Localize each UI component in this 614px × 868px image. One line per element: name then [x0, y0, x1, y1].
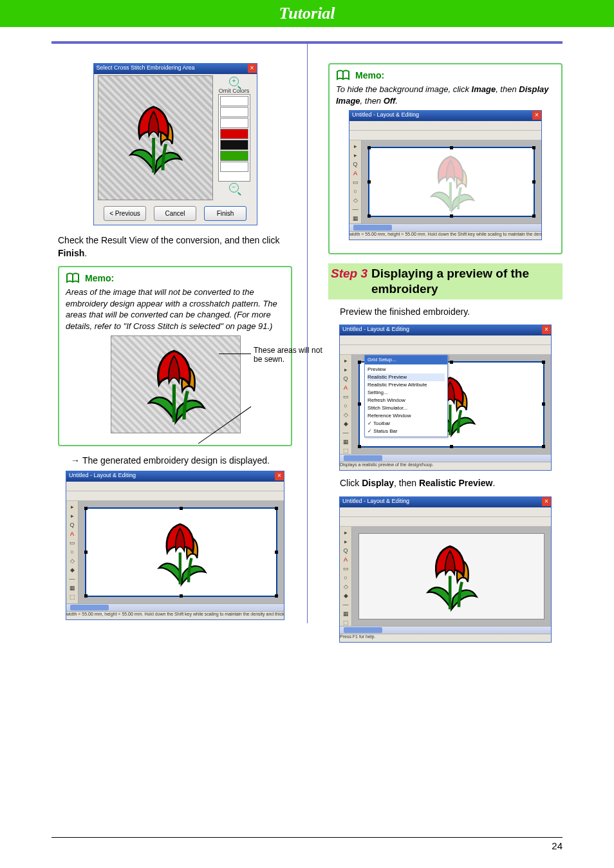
app-title: Untitled - Layout & Editing: [66, 471, 284, 482]
cancel-button[interactable]: Cancel: [154, 206, 196, 221]
step3-title-line2: embroidery: [371, 282, 438, 296]
close-icon[interactable]: ×: [248, 64, 257, 73]
status-bar: width = 55.00 mm, height = 55.00 mm. Hol…: [349, 231, 541, 240]
header-title: Tutorial: [279, 4, 335, 23]
status-bar: Press F1 for help.: [340, 634, 551, 642]
omit-colors-list[interactable]: [218, 94, 250, 182]
display-dropdown-menu[interactable]: Grid Setup... Preview Realistic Preview …: [364, 355, 448, 437]
memo-title: Memo:: [85, 273, 114, 283]
memo-box-areas: Memo: Areas of the image that will not b…: [58, 266, 292, 446]
memo-body: Areas of the image that will not be conv…: [66, 287, 284, 332]
app-title: Untitled - Layout & Editing: [340, 497, 551, 507]
scrollbar-h[interactable]: [340, 454, 551, 462]
book-icon: [336, 70, 350, 81]
page-footer: 24: [51, 837, 563, 851]
finish-button[interactable]: Finish: [204, 206, 247, 221]
arrow-generated-design: → The generated embroidery design is dis…: [71, 455, 292, 466]
check-result-text: Check the Result View of the conversion,…: [58, 234, 292, 259]
memo-title: Memo:: [355, 70, 384, 80]
book-icon: [66, 272, 80, 284]
figure-realistic-preview: Untitled - Layout & Editing × ▸▸QA▭○◇◆—▦…: [339, 496, 552, 643]
preview-finished-text: Preview the finished embroidery.: [340, 306, 563, 319]
close-icon[interactable]: ×: [542, 497, 551, 506]
column-divider: [307, 44, 308, 623]
close-icon[interactable]: ×: [542, 325, 551, 334]
app-canvas[interactable]: [368, 147, 535, 217]
app-toolbar[interactable]: [340, 345, 551, 355]
side-toolbar[interactable]: ▸▸QA▭○◇◆—▦⬚: [66, 501, 79, 603]
figure-display-menu: Untitled - Layout & Editing × ▸▸QA▭○◇◆—▦…: [339, 325, 552, 471]
status-bar: Displays a realistic preview of the desi…: [340, 462, 551, 470]
page-number: 24: [552, 840, 563, 851]
zoom-in-icon[interactable]: [229, 77, 239, 86]
status-bar: width = 55.00 mm, height = 55.00 mm. Hol…: [66, 611, 284, 619]
app-title: Untitled - Layout & Editing: [340, 325, 551, 335]
figure-hatched-areas: These areas will not be sewn.: [111, 335, 239, 439]
page-header: Tutorial: [0, 0, 614, 27]
app-menu-bar[interactable]: [349, 121, 541, 131]
app-title: Untitled - Layout & Editing: [349, 111, 541, 121]
memo2-body: To hide the background image, click Imag…: [336, 84, 555, 106]
close-icon[interactable]: ×: [532, 111, 541, 120]
dialog-preview-area: [98, 75, 213, 200]
close-icon[interactable]: ×: [275, 471, 284, 480]
zoom-out-icon[interactable]: [229, 183, 239, 193]
figure-layout-editing-faded: Untitled - Layout & Editing × ▸▸QA▭○◇—▦: [349, 110, 542, 240]
app-canvas[interactable]: [358, 533, 544, 619]
previous-button[interactable]: < Previous: [104, 206, 146, 221]
click-display-text: Click Display, then Realistic Preview.: [340, 477, 563, 490]
app-menu-bar[interactable]: [340, 507, 551, 517]
app-menu-bar[interactable]: [66, 482, 284, 491]
scrollbar-h[interactable]: [349, 223, 541, 231]
app-canvas[interactable]: [85, 507, 277, 597]
app-menu-bar[interactable]: [340, 335, 551, 345]
hatched-callout-text: These areas will not be sewn.: [254, 346, 324, 364]
step-label: Step 3: [331, 267, 367, 280]
app-toolbar[interactable]: [66, 491, 284, 501]
dialog-title: Select Cross Stitch Embroidering Area: [94, 64, 257, 74]
app-toolbar[interactable]: [340, 517, 551, 527]
memo-box-hide-bg: Memo: To hide the background image, clic…: [328, 63, 563, 254]
omit-colors-label: Omit Colors: [219, 88, 250, 94]
scrollbar-h[interactable]: [340, 626, 551, 634]
scrollbar-h[interactable]: [66, 603, 284, 611]
app-toolbar[interactable]: [349, 131, 541, 140]
figure-cross-stitch-dialog: Select Cross Stitch Embroidering Area × …: [93, 63, 257, 225]
step3-title-line1: Displaying a preview of the: [371, 267, 529, 280]
side-toolbar[interactable]: ▸▸QA▭○◇—▦: [349, 140, 362, 223]
side-toolbar[interactable]: ▸▸QA▭○◇◆—▦⬚: [340, 355, 352, 454]
side-toolbar[interactable]: ▸▸QA▭○◇◆—▦⬚: [340, 527, 352, 626]
step3-heading: Step 3Displaying a preview of the Step 3…: [328, 263, 563, 299]
figure-layout-editing-generated: Untitled - Layout & Editing × ▸▸QA▭○◇◆—▦…: [66, 471, 284, 620]
